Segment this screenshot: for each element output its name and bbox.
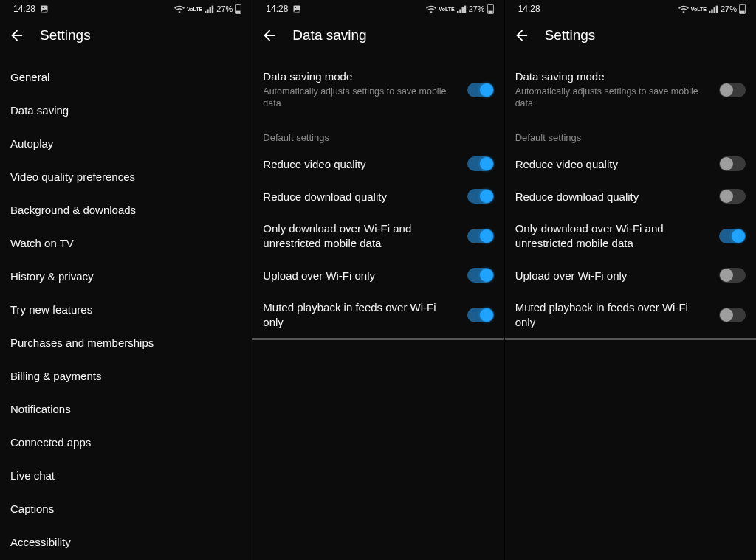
settings-item-background-downloads[interactable]: Background & downloads <box>0 193 252 227</box>
toggle-upload-over-wifi-only[interactable]: Upload over Wi-Fi only <box>505 259 756 291</box>
row-title: Muted playback in feeds over Wi-Fi only <box>515 300 710 329</box>
toggle-muted-playback-wifi-only[interactable]: Muted playback in feeds over Wi-Fi only <box>505 291 756 338</box>
row-title: Muted playback in feeds over Wi-Fi only <box>263 300 458 329</box>
switch[interactable] <box>719 83 746 97</box>
back-button[interactable] <box>261 27 278 44</box>
back-button[interactable] <box>514 27 530 44</box>
status-bar: 14:28 VoLTE 27% <box>252 0 504 18</box>
wifi-icon <box>678 5 689 13</box>
svg-rect-21 <box>711 9 712 13</box>
arrow-back-icon <box>514 27 530 44</box>
gallery-icon <box>292 4 301 13</box>
svg-point-1 <box>43 7 44 9</box>
switch[interactable] <box>467 156 494 171</box>
row-title: Reduce download quality <box>515 190 710 204</box>
app-bar: Settings <box>0 18 252 53</box>
switch[interactable] <box>467 229 494 243</box>
toggle-muted-playback-wifi-only[interactable]: Muted playback in feeds over Wi-Fi only <box>252 291 504 338</box>
app-bar: Settings <box>505 18 756 53</box>
settings-item-video-quality[interactable]: Video quality preferences <box>0 160 252 193</box>
settings-item-data-saving[interactable]: Data saving <box>0 94 252 127</box>
svg-rect-3 <box>207 9 209 13</box>
toggle-reduce-video-quality[interactable]: Reduce video quality <box>252 148 504 180</box>
toggle-data-saving-mode[interactable]: Data saving mode Automatically adjusts s… <box>252 61 504 119</box>
toggle-only-download-over-wifi[interactable]: Only download over Wi-Fi and unrestricte… <box>505 212 756 259</box>
app-bar: Data saving <box>252 18 504 53</box>
row-title: Data saving mode <box>263 69 458 84</box>
svg-rect-12 <box>457 10 458 12</box>
switch[interactable] <box>719 229 746 243</box>
row-title: Reduce video quality <box>515 157 710 172</box>
settings-item-autoplay[interactable]: Autoplay <box>0 127 252 160</box>
row-title: Only download over Wi-Fi and unrestricte… <box>515 221 710 250</box>
signal-icon <box>205 5 214 13</box>
svg-rect-18 <box>488 11 492 13</box>
row-subtitle: Automatically adjusts settings to save m… <box>515 86 710 111</box>
svg-rect-14 <box>461 7 463 13</box>
battery-icon <box>487 4 494 14</box>
volte-icon: VoLTE <box>187 7 202 12</box>
row-title: Upload over Wi-Fi only <box>263 269 458 283</box>
toggle-reduce-video-quality[interactable]: Reduce video quality <box>505 148 756 180</box>
switch[interactable] <box>467 189 494 204</box>
settings-item-history-privacy[interactable]: History & privacy <box>0 260 252 293</box>
settings-item-connected-apps[interactable]: Connected apps <box>0 426 252 459</box>
status-bar: 14:28 VoLTE 27% <box>0 0 252 18</box>
svg-rect-15 <box>464 5 465 13</box>
toggle-data-saving-mode[interactable]: Data saving mode Automatically adjusts s… <box>505 61 756 119</box>
arrow-back-icon <box>261 27 278 44</box>
settings-item-try-new-features[interactable]: Try new features <box>0 293 252 326</box>
row-title: Reduce video quality <box>263 157 458 172</box>
status-time: 14:28 <box>266 4 288 14</box>
svg-rect-8 <box>236 11 241 13</box>
svg-rect-20 <box>709 10 710 12</box>
volte-icon: VoLTE <box>439 7 454 12</box>
settings-item-general[interactable]: General <box>0 61 252 94</box>
settings-item-watch-on-tv[interactable]: Watch on TV <box>0 227 252 260</box>
page-title: Settings <box>40 27 91 44</box>
page-title: Data saving <box>292 27 366 44</box>
signal-icon <box>457 5 467 13</box>
switch[interactable] <box>719 156 746 171</box>
screen-settings-list: 14:28 VoLTE 27% Settings General Data sa… <box>0 0 252 560</box>
bottom-divider <box>505 338 756 340</box>
wifi-icon <box>174 5 185 13</box>
svg-rect-23 <box>716 5 718 13</box>
battery-icon <box>235 4 241 14</box>
settings-item-notifications[interactable]: Notifications <box>0 393 252 426</box>
settings-item-billing[interactable]: Billing & payments <box>0 359 252 393</box>
switch[interactable] <box>467 308 494 322</box>
toggle-reduce-download-quality[interactable]: Reduce download quality <box>505 180 756 212</box>
back-button[interactable] <box>9 27 25 44</box>
toggle-only-download-over-wifi[interactable]: Only download over Wi-Fi and unrestricte… <box>252 212 504 259</box>
battery-icon <box>739 4 746 14</box>
gallery-icon <box>40 4 49 13</box>
settings-item-accessibility[interactable]: Accessibility <box>0 525 252 559</box>
svg-rect-4 <box>210 7 211 13</box>
row-title: Only download over Wi-Fi and unrestricte… <box>263 221 458 250</box>
section-header: Default settings <box>252 119 504 148</box>
row-title: Data saving mode <box>515 69 710 84</box>
svg-point-11 <box>295 7 297 9</box>
switch[interactable] <box>719 189 746 204</box>
status-time: 14:28 <box>13 4 35 14</box>
settings-item-purchases[interactable]: Purchases and memberships <box>0 326 252 359</box>
bottom-divider <box>252 338 504 340</box>
battery-pct: 27% <box>469 4 485 13</box>
screen-data-saving-off: 14:28 VoLTE 27% Settings Data saving mod… <box>504 0 756 560</box>
switch[interactable] <box>719 268 746 283</box>
data-saving-options: Data saving mode Automatically adjusts s… <box>505 61 756 560</box>
settings-item-live-chat[interactable]: Live chat <box>0 459 252 492</box>
row-subtitle: Automatically adjusts settings to save m… <box>263 86 458 111</box>
signal-icon <box>709 5 718 13</box>
status-time: 14:28 <box>518 4 540 14</box>
toggle-reduce-download-quality[interactable]: Reduce download quality <box>252 180 504 212</box>
section-header: Default settings <box>505 119 756 148</box>
svg-rect-13 <box>459 9 461 13</box>
switch[interactable] <box>719 308 746 322</box>
switch[interactable] <box>467 268 494 283</box>
toggle-upload-over-wifi-only[interactable]: Upload over Wi-Fi only <box>252 259 504 291</box>
page-title: Settings <box>545 27 596 44</box>
switch[interactable] <box>467 83 494 97</box>
settings-item-captions[interactable]: Captions <box>0 492 252 525</box>
